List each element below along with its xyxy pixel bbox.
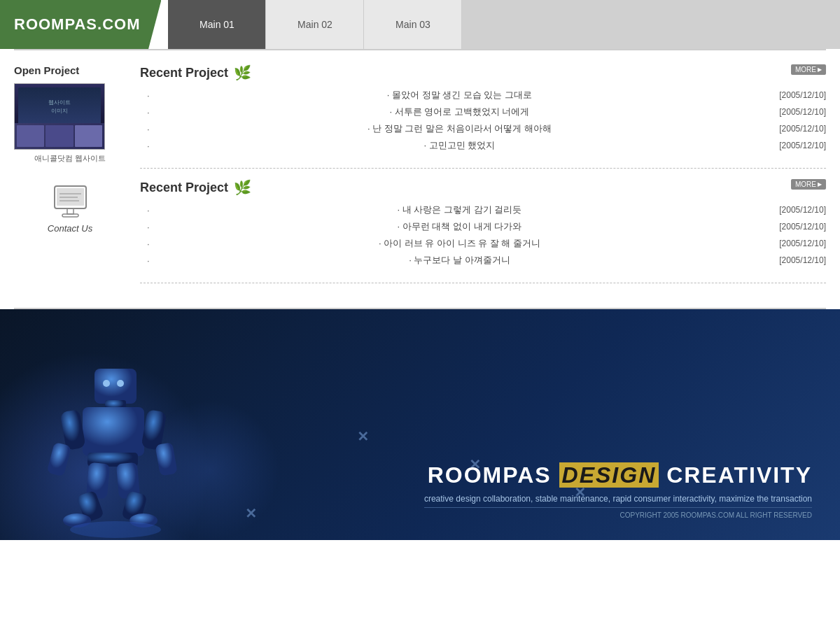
svg-rect-2 [67,208,74,214]
nav-tab-main03[interactable]: Main 03 [364,0,462,49]
x-mark-4: ✕ [245,505,257,522]
svg-rect-13 [155,442,177,476]
banner-text-area: ROOMPAS DESIGN CREATIVITY creative desig… [396,441,840,540]
list-item[interactable]: · 내 사랑은 그렇게 감기 걸리듯 [2005/12/10] [147,201,826,218]
contact-us-section[interactable]: Contact Us [14,185,126,234]
nav-filler [462,0,840,49]
list-item[interactable]: · 난 정말 그런 말은 처음이라서 어떻게 해아해 [2005/12/10] [147,120,826,137]
project-image-inner: 웹사이트이미지 [15,84,104,149]
svg-point-21 [103,380,110,387]
robot-svg [21,330,217,540]
svg-rect-7 [94,369,136,404]
divider-2 [140,283,826,283]
list-item[interactable]: · 고민고민 했었지 [2005/12/10] [147,137,826,154]
project-header-2: Recent Project 🌿 MORE [140,179,826,196]
design-highlight: DESIGN [559,462,659,488]
img-overlay [15,123,104,149]
svg-rect-9 [83,407,144,456]
bottom-banner: ✕ ✕ ✕ ✕ [0,309,840,540]
project-caption: 애니콜닷컴 웹사이트 [14,153,126,164]
svg-rect-11 [46,442,71,477]
project-header-1: Recent Project 🌿 MORE [140,64,826,81]
list-item[interactable]: · 몰았어 정말 생긴 모습 있는 그대로 [2005/12/10] [147,87,826,104]
main-content: Open Project 웹사이트이미지 애니콜닷컴 웹사이트 [0,50,840,308]
recent-project-block-2: Recent Project 🌿 MORE · 내 사랑은 그렇게 감기 걸리듯… [140,179,826,269]
project-list-2: · 내 사랑은 그렇게 감기 걸리듯 [2005/12/10] · 아무런 대책… [140,201,826,269]
open-project-section: Open Project 웹사이트이미지 애니콜닷컴 웹사이트 [14,64,126,164]
nav-tab-main01[interactable]: Main 01 [168,0,266,49]
project-image[interactable]: 웹사이트이미지 [14,83,105,150]
svg-rect-3 [62,214,78,217]
svg-point-22 [117,380,124,387]
leaf-icon-2: 🌿 [234,179,251,196]
nav-area: Main 01 Main 02 Main 03 [168,0,840,49]
recent-project-block-1: Recent Project 🌿 MORE · 몰았어 정말 생긴 모습 있는 … [140,64,826,154]
robot-figure [21,330,217,540]
project-title-2: Recent Project 🌿 [140,179,251,196]
list-item[interactable]: · 아무런 대책 없이 내게 다가와 [2005/12/10] [147,218,826,235]
list-item[interactable]: · 아이 러브 유 아이 니즈 유 잘 해 줄거니 [2005/12/10] [147,235,826,252]
thumb-2 [46,125,73,147]
sidebar: Open Project 웹사이트이미지 애니콜닷컴 웹사이트 [14,64,126,294]
thumb-3 [75,125,102,147]
project-list-1: · 몰았어 정말 생긴 모습 있는 그대로 [2005/12/10] · 서투른… [140,87,826,154]
open-project-title: Open Project [14,64,126,76]
more-button-1[interactable]: MORE [791,64,826,75]
banner-main-text: ROOMPAS DESIGN CREATIVITY [424,462,812,488]
monitor-icon [51,185,90,220]
svg-point-23 [70,521,161,538]
logo: ROOMPAS.COM [14,15,140,34]
list-item[interactable]: · 누구보다 날 아껴줄거니 [2005/12/10] [147,252,826,269]
x-mark-1: ✕ [357,428,369,445]
contact-label: Contact Us [48,223,92,234]
thumb-1 [17,125,44,147]
project-title-1: Recent Project 🌿 [140,64,251,81]
nav-tab-main02[interactable]: Main 02 [266,0,364,49]
banner-sub-text: creative design collaboration, stable ma… [424,494,812,504]
content-area: Recent Project 🌿 MORE · 몰았어 정말 생긴 모습 있는 … [140,64,826,294]
header: ROOMPAS.COM Main 01 Main 02 Main 03 [0,0,840,49]
leaf-icon-1: 🌿 [234,64,251,81]
more-button-2[interactable]: MORE [791,179,826,190]
divider-1 [140,168,826,169]
logo-area: ROOMPAS.COM [0,0,161,49]
banner-copyright: COPYRIGHT 2005 ROOMPAS.COM ALL RIGHT RES… [424,507,812,519]
list-item[interactable]: · 서투른 영어로 고백했었지 너에게 [2005/12/10] [147,104,826,120]
